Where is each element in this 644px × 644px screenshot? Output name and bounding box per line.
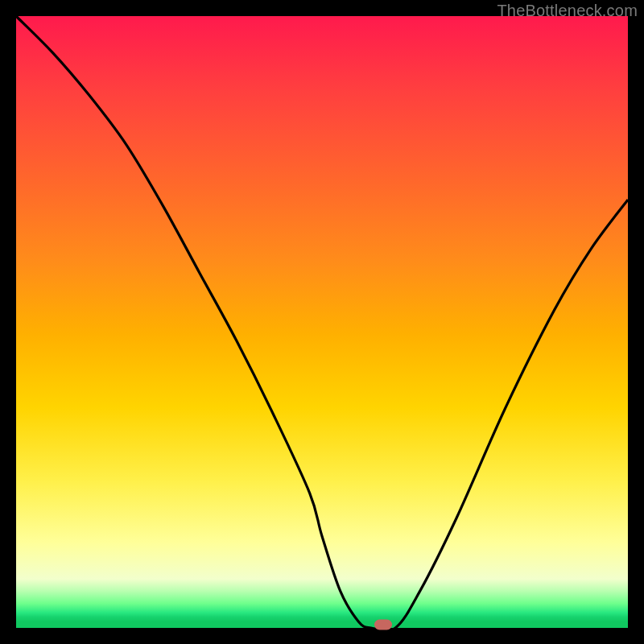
chart-frame: TheBottleneck.com <box>0 0 644 644</box>
optimum-marker <box>374 620 392 630</box>
bottleneck-curve <box>16 16 628 628</box>
plot-area <box>16 16 628 628</box>
curve-path <box>16 16 628 631</box>
